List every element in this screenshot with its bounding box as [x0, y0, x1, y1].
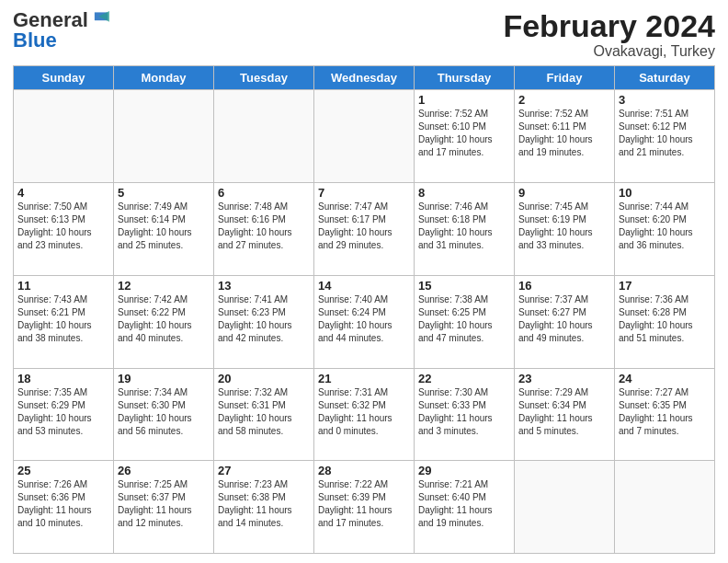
day-number: 1: [418, 93, 510, 107]
day-info: Sunrise: 7:50 AM Sunset: 6:13 PM Dayligh…: [17, 201, 109, 252]
day-info: Sunrise: 7:52 AM Sunset: 6:11 PM Dayligh…: [518, 108, 610, 159]
day-info: Sunrise: 7:41 AM Sunset: 6:23 PM Dayligh…: [218, 293, 310, 345]
day-number: 26: [118, 464, 210, 477]
day-number: 21: [318, 372, 410, 385]
day-number: 17: [619, 279, 711, 293]
logo-icon: [89, 8, 109, 29]
calendar-subtitle: Ovakavagi, Turkey: [503, 43, 715, 60]
day-number: 8: [418, 186, 510, 200]
day-info: Sunrise: 7:44 AM Sunset: 6:20 PM Dayligh…: [619, 201, 711, 252]
calendar-cell: 18Sunrise: 7:35 AM Sunset: 6:29 PM Dayli…: [14, 368, 114, 461]
day-info: Sunrise: 7:40 AM Sunset: 6:24 PM Dayligh…: [318, 293, 410, 345]
calendar-cell: 12Sunrise: 7:42 AM Sunset: 6:22 PM Dayli…: [114, 275, 214, 368]
day-number: 10: [619, 186, 711, 200]
day-number: 2: [518, 93, 610, 107]
day-info: Sunrise: 7:29 AM Sunset: 6:34 PM Dayligh…: [518, 386, 610, 438]
day-info: Sunrise: 7:47 AM Sunset: 6:17 PM Dayligh…: [318, 201, 410, 252]
day-info: Sunrise: 7:26 AM Sunset: 6:36 PM Dayligh…: [17, 478, 109, 530]
calendar-cell: [14, 90, 114, 183]
day-number: 29: [418, 464, 510, 477]
calendar-cell: 5Sunrise: 7:49 AM Sunset: 6:14 PM Daylig…: [114, 183, 214, 276]
calendar-cell: 1Sunrise: 7:52 AM Sunset: 6:10 PM Daylig…: [415, 90, 515, 183]
day-info: Sunrise: 7:32 AM Sunset: 6:31 PM Dayligh…: [218, 386, 310, 438]
day-header-sunday: Sunday: [14, 66, 114, 90]
calendar-cell: 4Sunrise: 7:50 AM Sunset: 6:13 PM Daylig…: [14, 183, 114, 276]
page: General Blue February 2024 Ovakavagi, Tu…: [0, 0, 728, 563]
calendar-cell: [214, 90, 314, 183]
day-header-monday: Monday: [114, 66, 214, 90]
day-info: Sunrise: 7:45 AM Sunset: 6:19 PM Dayligh…: [518, 201, 610, 252]
calendar-cell: 10Sunrise: 7:44 AM Sunset: 6:20 PM Dayli…: [615, 183, 715, 276]
calendar-cell: [615, 461, 715, 554]
day-header-friday: Friday: [515, 66, 615, 90]
calendar-cell: 26Sunrise: 7:25 AM Sunset: 6:37 PM Dayli…: [114, 461, 214, 554]
calendar-cell: 22Sunrise: 7:30 AM Sunset: 6:33 PM Dayli…: [415, 368, 515, 461]
calendar-cell: 29Sunrise: 7:21 AM Sunset: 6:40 PM Dayli…: [415, 461, 515, 554]
calendar-table: SundayMondayTuesdayWednesdayThursdayFrid…: [13, 65, 715, 554]
day-number: 28: [318, 464, 410, 477]
day-number: 7: [318, 186, 410, 200]
calendar-cell: 24Sunrise: 7:27 AM Sunset: 6:35 PM Dayli…: [615, 368, 715, 461]
calendar-cell: 2Sunrise: 7:52 AM Sunset: 6:11 PM Daylig…: [515, 90, 615, 183]
day-number: 9: [518, 186, 610, 200]
calendar-cell: 28Sunrise: 7:22 AM Sunset: 6:39 PM Dayli…: [314, 461, 415, 554]
day-number: 3: [619, 93, 711, 107]
calendar-cell: 8Sunrise: 7:46 AM Sunset: 6:18 PM Daylig…: [415, 183, 515, 276]
header-row: SundayMondayTuesdayWednesdayThursdayFrid…: [14, 66, 715, 90]
day-info: Sunrise: 7:43 AM Sunset: 6:21 PM Dayligh…: [17, 293, 109, 345]
calendar-cell: 19Sunrise: 7:34 AM Sunset: 6:30 PM Dayli…: [114, 368, 214, 461]
day-number: 4: [17, 186, 109, 200]
calendar-cell: 14Sunrise: 7:40 AM Sunset: 6:24 PM Dayli…: [314, 275, 415, 368]
calendar-title: February 2024: [503, 9, 715, 43]
day-info: Sunrise: 7:52 AM Sunset: 6:10 PM Dayligh…: [418, 108, 510, 159]
calendar-cell: 7Sunrise: 7:47 AM Sunset: 6:17 PM Daylig…: [314, 183, 415, 276]
day-number: 24: [619, 372, 711, 385]
day-info: Sunrise: 7:30 AM Sunset: 6:33 PM Dayligh…: [418, 386, 510, 438]
calendar-cell: 11Sunrise: 7:43 AM Sunset: 6:21 PM Dayli…: [14, 275, 114, 368]
week-row-1: 1Sunrise: 7:52 AM Sunset: 6:10 PM Daylig…: [14, 90, 715, 183]
calendar-cell: [114, 90, 214, 183]
calendar-cell: 15Sunrise: 7:38 AM Sunset: 6:25 PM Dayli…: [415, 275, 515, 368]
day-info: Sunrise: 7:37 AM Sunset: 6:27 PM Dayligh…: [518, 293, 610, 345]
logo-blue-text: Blue: [13, 29, 57, 52]
day-info: Sunrise: 7:48 AM Sunset: 6:16 PM Dayligh…: [218, 201, 310, 252]
day-number: 25: [17, 464, 109, 477]
day-info: Sunrise: 7:35 AM Sunset: 6:29 PM Dayligh…: [17, 386, 109, 438]
day-header-saturday: Saturday: [615, 66, 715, 90]
header: General Blue February 2024 Ovakavagi, Tu…: [13, 9, 715, 60]
day-info: Sunrise: 7:27 AM Sunset: 6:35 PM Dayligh…: [619, 386, 711, 438]
calendar-cell: 17Sunrise: 7:36 AM Sunset: 6:28 PM Dayli…: [615, 275, 715, 368]
calendar-cell: 9Sunrise: 7:45 AM Sunset: 6:19 PM Daylig…: [515, 183, 615, 276]
day-info: Sunrise: 7:23 AM Sunset: 6:38 PM Dayligh…: [218, 478, 310, 530]
calendar-cell: 6Sunrise: 7:48 AM Sunset: 6:16 PM Daylig…: [214, 183, 314, 276]
day-number: 18: [17, 372, 109, 385]
calendar-cell: 21Sunrise: 7:31 AM Sunset: 6:32 PM Dayli…: [314, 368, 415, 461]
day-number: 12: [118, 279, 210, 293]
day-header-tuesday: Tuesday: [214, 66, 314, 90]
day-number: 14: [318, 279, 410, 293]
day-number: 5: [118, 186, 210, 200]
week-row-4: 18Sunrise: 7:35 AM Sunset: 6:29 PM Dayli…: [14, 368, 715, 461]
day-header-thursday: Thursday: [415, 66, 515, 90]
day-number: 19: [118, 372, 210, 385]
day-number: 6: [218, 186, 310, 200]
calendar-cell: 27Sunrise: 7:23 AM Sunset: 6:38 PM Dayli…: [214, 461, 314, 554]
day-info: Sunrise: 7:36 AM Sunset: 6:28 PM Dayligh…: [619, 293, 711, 345]
day-number: 22: [418, 372, 510, 385]
calendar-cell: 13Sunrise: 7:41 AM Sunset: 6:23 PM Dayli…: [214, 275, 314, 368]
day-number: 20: [218, 372, 310, 385]
logo: General Blue: [13, 9, 109, 52]
week-row-5: 25Sunrise: 7:26 AM Sunset: 6:36 PM Dayli…: [14, 461, 715, 554]
calendar-cell: 16Sunrise: 7:37 AM Sunset: 6:27 PM Dayli…: [515, 275, 615, 368]
calendar-cell: 3Sunrise: 7:51 AM Sunset: 6:12 PM Daylig…: [615, 90, 715, 183]
day-number: 23: [518, 372, 610, 385]
day-info: Sunrise: 7:31 AM Sunset: 6:32 PM Dayligh…: [318, 386, 410, 438]
day-info: Sunrise: 7:49 AM Sunset: 6:14 PM Dayligh…: [118, 201, 210, 252]
day-header-wednesday: Wednesday: [314, 66, 415, 90]
calendar-cell: [314, 90, 415, 183]
day-number: 16: [518, 279, 610, 293]
day-info: Sunrise: 7:34 AM Sunset: 6:30 PM Dayligh…: [118, 386, 210, 438]
calendar-cell: [515, 461, 615, 554]
week-row-3: 11Sunrise: 7:43 AM Sunset: 6:21 PM Dayli…: [14, 275, 715, 368]
calendar-cell: 23Sunrise: 7:29 AM Sunset: 6:34 PM Dayli…: [515, 368, 615, 461]
